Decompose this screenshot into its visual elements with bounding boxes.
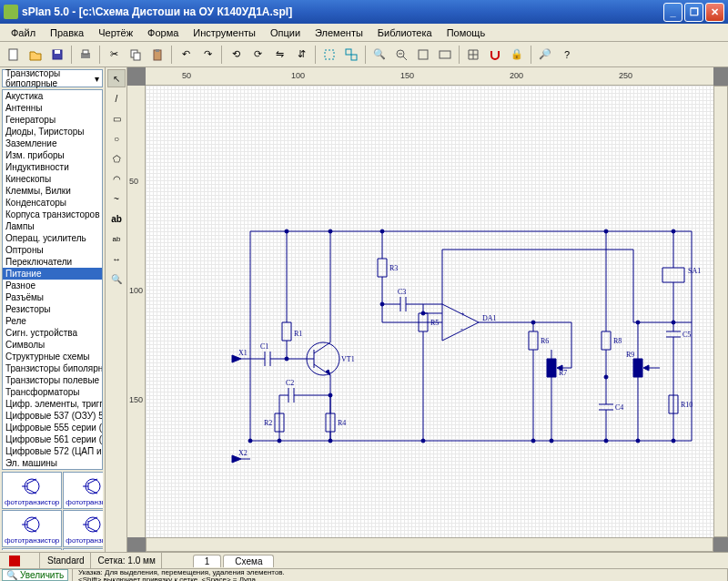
copy-button[interactable] (126, 45, 146, 65)
ungroup-button[interactable] (341, 45, 361, 65)
category-item[interactable]: Эл. машины (3, 457, 102, 469)
menu-options[interactable]: Опции (263, 25, 308, 40)
zoom-fit-button[interactable] (413, 45, 433, 65)
svg-text:R2: R2 (264, 419, 272, 427)
category-item[interactable]: Антенны (3, 102, 102, 114)
category-item[interactable]: Клеммы, Вилки (3, 185, 102, 197)
paste-button[interactable] (147, 45, 167, 65)
close-button[interactable]: ✕ (705, 3, 724, 22)
grid-button[interactable] (463, 45, 483, 65)
category-item[interactable]: Трансформаторы (3, 386, 102, 398)
menu-shape[interactable]: Форма (140, 25, 186, 40)
new-button[interactable] (4, 45, 24, 65)
menu-elements[interactable]: Элементы (308, 25, 370, 40)
tool-text[interactable]: ab (107, 209, 126, 228)
category-item[interactable]: Операц. усилитель (3, 232, 102, 244)
tool-zoom[interactable]: 🔍 (107, 270, 126, 288)
tool-line[interactable]: / (107, 89, 126, 107)
group-button[interactable] (319, 45, 339, 65)
category-item[interactable]: Резисторы (3, 303, 102, 315)
canvas[interactable]: X1 C1 R1 VT1 C2 R2 (146, 86, 713, 537)
category-item[interactable]: Цифровые 572 (ЦАП и АЦП) (3, 445, 102, 457)
zoom-in-button[interactable]: 🔍 (369, 45, 389, 65)
category-item[interactable]: Структурные схемы (3, 351, 102, 362)
category-item[interactable]: Кинескопы (3, 173, 102, 185)
zoom-link[interactable]: 🔍 Увеличить (2, 569, 68, 581)
tool-polygon[interactable]: ⬠ (107, 149, 126, 168)
category-list[interactable]: АкустикаАнтенныГенераторыДиоды, Тиристор… (2, 89, 103, 470)
page-tab-schema[interactable]: Схема (223, 555, 274, 567)
component-cell[interactable]: фототранзистор (63, 472, 103, 509)
menu-edit[interactable]: Правка (43, 25, 91, 40)
flip-v-button[interactable]: ⇵ (291, 45, 311, 65)
layer-chip[interactable] (4, 553, 40, 568)
maximize-button[interactable]: ❐ (684, 3, 703, 22)
open-button[interactable] (25, 45, 46, 65)
component-cell[interactable]: фототранзистор (2, 510, 62, 547)
help-button[interactable]: ? (557, 45, 577, 65)
category-item[interactable]: Диоды, Тиристоры (3, 126, 102, 138)
category-item[interactable]: Цифр. элементы, триггеры (3, 398, 102, 410)
category-item[interactable]: Конденсаторы (3, 197, 102, 209)
category-item[interactable]: Корпуса транзисторов (3, 209, 102, 220)
category-item[interactable]: Заземление (3, 138, 102, 149)
svg-point-92 (380, 302, 384, 306)
category-item[interactable]: Транзисторы полевые (3, 374, 102, 386)
component-cell[interactable]: переходный транзистор (63, 548, 103, 550)
category-item[interactable]: Разъёмы (3, 291, 102, 303)
category-item[interactable]: Акустика (3, 90, 102, 102)
category-item[interactable]: Индуктивности (3, 161, 102, 173)
category-item[interactable]: Питание (3, 268, 102, 280)
menu-drawing[interactable]: Чертёж (91, 25, 140, 40)
search-button[interactable]: 🔎 (535, 45, 555, 65)
category-item[interactable]: Переключатели (3, 256, 102, 268)
category-dropdown[interactable]: Транзисторы биполярные ▾ (2, 69, 103, 87)
component-cell[interactable]: одный транзистор (2, 548, 62, 550)
rotate-left-button[interactable]: ⟲ (226, 45, 246, 65)
rotate-right-button[interactable]: ⟳ (248, 45, 268, 65)
zoom-100-button[interactable] (435, 45, 455, 65)
category-item[interactable]: Цифровые 537 (ОЗУ) 573 (ППЗУ) (3, 410, 102, 422)
category-item[interactable]: Разное (3, 280, 102, 291)
page-tab-1[interactable]: 1 (193, 555, 222, 567)
menu-tools[interactable]: Инструменты (186, 25, 263, 40)
undo-button[interactable]: ↶ (176, 45, 196, 65)
save-button[interactable] (47, 45, 67, 65)
menu-file[interactable]: Файл (4, 25, 43, 40)
category-item[interactable]: Транзисторы биполярные (3, 362, 102, 374)
category-item[interactable]: Реле (3, 315, 102, 327)
category-item[interactable]: Сигн. устройства (3, 327, 102, 339)
category-item[interactable]: Изм. приборы (3, 149, 102, 161)
category-item[interactable]: Символы (3, 339, 102, 351)
component-label: фототранзистор (5, 498, 59, 506)
category-item[interactable]: Цифровые 561 серии (КМОП) (3, 433, 102, 445)
category-item[interactable]: Лампы (3, 220, 102, 232)
scrollbar-vertical[interactable] (713, 86, 728, 537)
cut-button[interactable]: ✂ (104, 45, 124, 65)
redo-button[interactable]: ↷ (197, 45, 217, 65)
svg-text:R4: R4 (338, 419, 346, 427)
component-cell[interactable]: фототранзистор (2, 472, 62, 509)
tool-curve[interactable]: ~ (107, 189, 126, 208)
tool-circle[interactable]: ○ (107, 129, 126, 148)
menu-library[interactable]: Библиотека (370, 25, 440, 40)
tool-pointer[interactable]: ↖ (107, 69, 126, 87)
tool-text-small[interactable]: ab (107, 229, 126, 248)
menu-help[interactable]: Помощь (440, 25, 493, 40)
print-button[interactable] (76, 45, 96, 65)
magnet-button[interactable] (485, 45, 505, 65)
tool-arc[interactable]: ◠ (107, 169, 126, 188)
component-label: фототранзистор (5, 536, 59, 545)
tool-dimension[interactable]: ↔ (107, 250, 126, 268)
category-item[interactable]: Оптроны (3, 244, 102, 256)
svg-point-110 (604, 229, 608, 233)
zoom-out-button[interactable] (391, 45, 411, 65)
flip-h-button[interactable]: ⇋ (269, 45, 289, 65)
category-item[interactable]: Генераторы (3, 114, 102, 126)
component-cell[interactable]: фототранзистор (63, 510, 103, 547)
scrollbar-horizontal[interactable] (146, 537, 713, 552)
lock-button[interactable]: 🔒 (507, 45, 527, 65)
minimize-button[interactable]: _ (663, 3, 682, 22)
tool-rect[interactable]: ▭ (107, 109, 126, 127)
category-item[interactable]: Цифровые 555 серии (ТТЛ) (3, 422, 102, 433)
